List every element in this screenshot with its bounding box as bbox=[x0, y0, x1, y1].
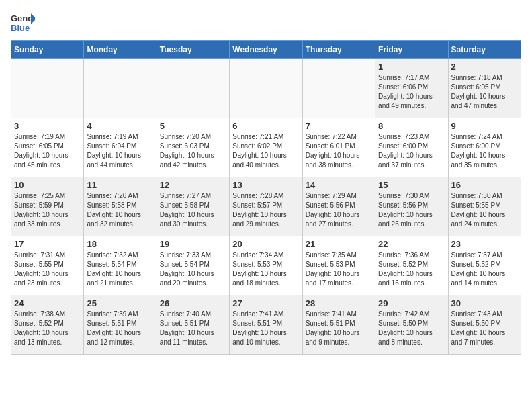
day-info: Sunrise: 7:31 AM Sunset: 5:55 PM Dayligh… bbox=[14, 250, 81, 288]
calendar-cell: 18Sunrise: 7:32 AM Sunset: 5:54 PM Dayli… bbox=[84, 236, 157, 295]
weekday-header-monday: Monday bbox=[84, 41, 157, 59]
day-number: 22 bbox=[378, 239, 445, 249]
day-number: 19 bbox=[160, 239, 226, 249]
day-info: Sunrise: 7:26 AM Sunset: 5:58 PM Dayligh… bbox=[87, 191, 153, 229]
day-info: Sunrise: 7:30 AM Sunset: 5:56 PM Dayligh… bbox=[378, 191, 445, 229]
day-number: 2 bbox=[451, 62, 518, 72]
day-info: Sunrise: 7:25 AM Sunset: 5:59 PM Dayligh… bbox=[14, 191, 81, 229]
weekday-header-friday: Friday bbox=[375, 41, 448, 59]
calendar-cell: 7Sunrise: 7:22 AM Sunset: 6:01 PM Daylig… bbox=[302, 118, 375, 177]
weekday-header-sunday: Sunday bbox=[11, 41, 84, 59]
day-info: Sunrise: 7:42 AM Sunset: 5:50 PM Dayligh… bbox=[378, 310, 445, 347]
calendar-cell: 11Sunrise: 7:26 AM Sunset: 5:58 PM Dayli… bbox=[84, 177, 157, 236]
calendar-cell: 25Sunrise: 7:39 AM Sunset: 5:51 PM Dayli… bbox=[84, 295, 157, 355]
day-info: Sunrise: 7:38 AM Sunset: 5:52 PM Dayligh… bbox=[14, 310, 81, 347]
day-info: Sunrise: 7:20 AM Sunset: 6:03 PM Dayligh… bbox=[160, 132, 226, 170]
calendar-cell: 20Sunrise: 7:34 AM Sunset: 5:53 PM Dayli… bbox=[230, 236, 302, 295]
day-number: 24 bbox=[14, 298, 81, 308]
day-number: 11 bbox=[87, 180, 153, 190]
logo-svg-icon: General Blue bbox=[11, 11, 35, 35]
calendar-cell bbox=[230, 59, 302, 118]
day-info: Sunrise: 7:32 AM Sunset: 5:54 PM Dayligh… bbox=[87, 250, 153, 288]
day-info: Sunrise: 7:40 AM Sunset: 5:51 PM Dayligh… bbox=[160, 310, 226, 347]
day-number: 1 bbox=[378, 62, 445, 72]
calendar-cell: 13Sunrise: 7:28 AM Sunset: 5:57 PM Dayli… bbox=[230, 177, 302, 236]
calendar-cell: 10Sunrise: 7:25 AM Sunset: 5:59 PM Dayli… bbox=[11, 177, 84, 236]
weekday-header-saturday: Saturday bbox=[448, 41, 521, 59]
weekday-header-wednesday: Wednesday bbox=[230, 41, 302, 59]
calendar-cell: 9Sunrise: 7:24 AM Sunset: 6:00 PM Daylig… bbox=[448, 118, 521, 177]
calendar-cell: 24Sunrise: 7:38 AM Sunset: 5:52 PM Dayli… bbox=[11, 295, 84, 355]
day-number: 3 bbox=[14, 121, 81, 131]
day-info: Sunrise: 7:41 AM Sunset: 5:51 PM Dayligh… bbox=[306, 310, 372, 347]
calendar-cell: 29Sunrise: 7:42 AM Sunset: 5:50 PM Dayli… bbox=[375, 295, 448, 355]
day-info: Sunrise: 7:28 AM Sunset: 5:57 PM Dayligh… bbox=[232, 191, 299, 229]
calendar-cell: 6Sunrise: 7:21 AM Sunset: 6:02 PM Daylig… bbox=[230, 118, 302, 177]
day-number: 14 bbox=[306, 180, 372, 190]
day-number: 17 bbox=[14, 239, 81, 249]
calendar-table: SundayMondayTuesdayWednesdayThursdayFrid… bbox=[11, 40, 521, 355]
day-number: 18 bbox=[87, 239, 153, 249]
day-info: Sunrise: 7:23 AM Sunset: 6:00 PM Dayligh… bbox=[378, 132, 445, 170]
day-info: Sunrise: 7:22 AM Sunset: 6:01 PM Dayligh… bbox=[306, 132, 372, 170]
day-number: 30 bbox=[451, 298, 518, 308]
calendar-week-row: 1Sunrise: 7:17 AM Sunset: 6:06 PM Daylig… bbox=[11, 59, 521, 118]
day-number: 23 bbox=[451, 239, 518, 249]
weekday-header-tuesday: Tuesday bbox=[157, 41, 229, 59]
day-number: 25 bbox=[87, 298, 153, 308]
calendar-cell: 14Sunrise: 7:29 AM Sunset: 5:56 PM Dayli… bbox=[302, 177, 375, 236]
day-number: 26 bbox=[160, 298, 226, 308]
calendar-cell bbox=[11, 59, 84, 118]
calendar-cell bbox=[84, 59, 157, 118]
day-number: 5 bbox=[160, 121, 226, 131]
day-info: Sunrise: 7:43 AM Sunset: 5:50 PM Dayligh… bbox=[451, 310, 518, 347]
calendar-week-row: 10Sunrise: 7:25 AM Sunset: 5:59 PM Dayli… bbox=[11, 177, 521, 236]
day-info: Sunrise: 7:37 AM Sunset: 5:52 PM Dayligh… bbox=[451, 250, 518, 288]
day-number: 6 bbox=[232, 121, 299, 131]
day-info: Sunrise: 7:30 AM Sunset: 5:55 PM Dayligh… bbox=[451, 191, 518, 229]
calendar-cell: 2Sunrise: 7:18 AM Sunset: 6:05 PM Daylig… bbox=[448, 59, 521, 118]
calendar-cell bbox=[302, 59, 375, 118]
weekday-header-thursday: Thursday bbox=[302, 41, 375, 59]
calendar-cell: 1Sunrise: 7:17 AM Sunset: 6:06 PM Daylig… bbox=[375, 59, 448, 118]
calendar-cell: 8Sunrise: 7:23 AM Sunset: 6:00 PM Daylig… bbox=[375, 118, 448, 177]
day-number: 4 bbox=[87, 121, 153, 131]
calendar-cell: 19Sunrise: 7:33 AM Sunset: 5:54 PM Dayli… bbox=[157, 236, 229, 295]
calendar-header-row: SundayMondayTuesdayWednesdayThursdayFrid… bbox=[11, 41, 521, 59]
day-number: 15 bbox=[378, 180, 445, 190]
day-info: Sunrise: 7:27 AM Sunset: 5:58 PM Dayligh… bbox=[160, 191, 226, 229]
day-info: Sunrise: 7:24 AM Sunset: 6:00 PM Dayligh… bbox=[451, 132, 518, 170]
day-number: 20 bbox=[232, 239, 299, 249]
calendar-cell: 4Sunrise: 7:19 AM Sunset: 6:04 PM Daylig… bbox=[84, 118, 157, 177]
day-number: 13 bbox=[232, 180, 299, 190]
svg-text:Blue: Blue bbox=[11, 23, 30, 33]
day-number: 10 bbox=[14, 180, 81, 190]
day-info: Sunrise: 7:36 AM Sunset: 5:52 PM Dayligh… bbox=[378, 250, 445, 288]
day-number: 28 bbox=[306, 298, 372, 308]
calendar-cell: 16Sunrise: 7:30 AM Sunset: 5:55 PM Dayli… bbox=[448, 177, 521, 236]
calendar-cell: 17Sunrise: 7:31 AM Sunset: 5:55 PM Dayli… bbox=[11, 236, 84, 295]
day-info: Sunrise: 7:19 AM Sunset: 6:04 PM Dayligh… bbox=[87, 132, 153, 170]
page-header: General Blue bbox=[11, 11, 521, 35]
day-number: 9 bbox=[451, 121, 518, 131]
calendar-cell: 27Sunrise: 7:41 AM Sunset: 5:51 PM Dayli… bbox=[230, 295, 302, 355]
calendar-cell: 26Sunrise: 7:40 AM Sunset: 5:51 PM Dayli… bbox=[157, 295, 229, 355]
calendar-cell: 12Sunrise: 7:27 AM Sunset: 5:58 PM Dayli… bbox=[157, 177, 229, 236]
calendar-cell: 28Sunrise: 7:41 AM Sunset: 5:51 PM Dayli… bbox=[302, 295, 375, 355]
day-info: Sunrise: 7:18 AM Sunset: 6:05 PM Dayligh… bbox=[451, 73, 518, 111]
calendar-week-row: 3Sunrise: 7:19 AM Sunset: 6:05 PM Daylig… bbox=[11, 118, 521, 177]
calendar-week-row: 24Sunrise: 7:38 AM Sunset: 5:52 PM Dayli… bbox=[11, 295, 521, 355]
day-number: 8 bbox=[378, 121, 445, 131]
day-number: 7 bbox=[306, 121, 372, 131]
day-info: Sunrise: 7:17 AM Sunset: 6:06 PM Dayligh… bbox=[378, 73, 445, 111]
calendar-cell: 5Sunrise: 7:20 AM Sunset: 6:03 PM Daylig… bbox=[157, 118, 229, 177]
calendar-week-row: 17Sunrise: 7:31 AM Sunset: 5:55 PM Dayli… bbox=[11, 236, 521, 295]
calendar-cell: 30Sunrise: 7:43 AM Sunset: 5:50 PM Dayli… bbox=[448, 295, 521, 355]
calendar-cell: 21Sunrise: 7:35 AM Sunset: 5:53 PM Dayli… bbox=[302, 236, 375, 295]
calendar-cell bbox=[157, 59, 229, 118]
day-number: 27 bbox=[232, 298, 299, 308]
day-info: Sunrise: 7:39 AM Sunset: 5:51 PM Dayligh… bbox=[87, 310, 153, 347]
day-info: Sunrise: 7:29 AM Sunset: 5:56 PM Dayligh… bbox=[306, 191, 372, 229]
day-info: Sunrise: 7:19 AM Sunset: 6:05 PM Dayligh… bbox=[14, 132, 81, 170]
day-number: 16 bbox=[451, 180, 518, 190]
